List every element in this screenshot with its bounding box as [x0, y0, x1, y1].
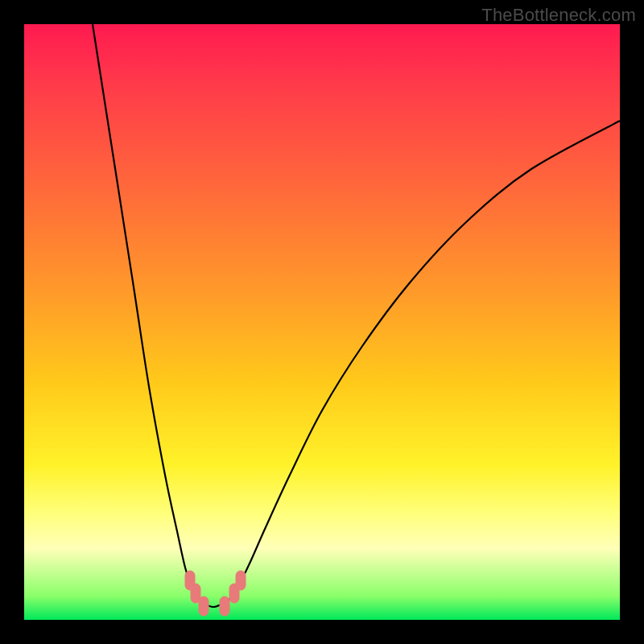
valley-markers	[185, 571, 246, 616]
curve-right-branch	[229, 121, 620, 600]
valley-marker	[220, 597, 229, 616]
attribution-text: TheBottleneck.com	[481, 5, 636, 26]
curve-left-branch	[93, 24, 197, 600]
bottleneck-chart	[24, 24, 620, 620]
valley-marker	[199, 597, 208, 616]
valley-marker	[236, 571, 246, 590]
